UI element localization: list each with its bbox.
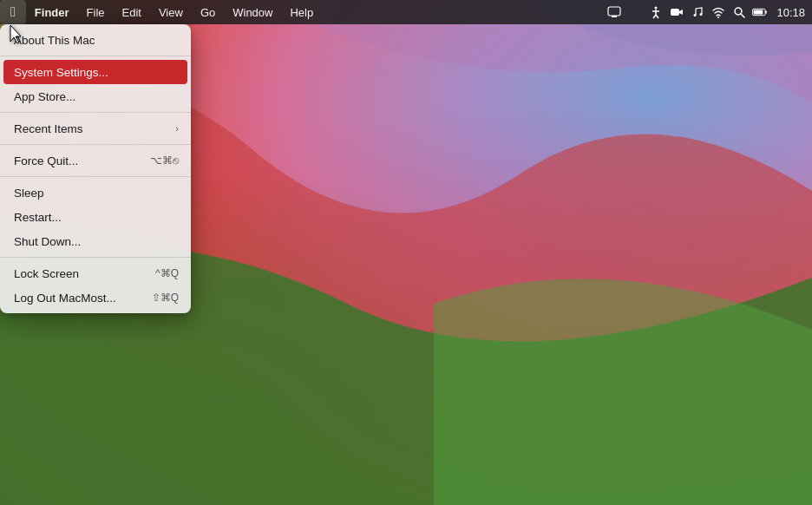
menu-item-sleep[interactable]: Sleep	[0, 180, 191, 205]
screen-record-icon[interactable]	[606, 4, 622, 20]
svg-rect-16	[766, 10, 768, 13]
music-icon[interactable]	[690, 4, 705, 20]
menubar-edit[interactable]: Edit	[114, 0, 150, 24]
menu-item-logout[interactable]: Log Out MacMost... ⇧⌘Q	[0, 285, 191, 310]
menu-divider-1	[0, 56, 191, 56]
menu-item-app-store[interactable]: App Store...	[0, 84, 191, 108]
menu-divider-2	[0, 112, 191, 113]
svg-rect-1	[612, 16, 617, 17]
menu-divider-4	[0, 176, 191, 177]
search-icon[interactable]	[731, 4, 747, 20]
svg-rect-0	[608, 7, 620, 16]
menubar-file[interactable]: File	[78, 0, 114, 24]
lock-screen-shortcut: ^⌘Q	[155, 267, 179, 279]
svg-rect-15	[754, 10, 763, 15]
menubar-finder[interactable]: Finder	[26, 0, 78, 24]
svg-line-13	[742, 15, 745, 18]
svg-point-2	[655, 7, 658, 10]
menubar-window[interactable]: Window	[224, 0, 281, 24]
apple-dropdown-menu: About This Mac System Settings... App St…	[0, 24, 191, 313]
menu-item-shutdown[interactable]: Shut Down...	[0, 229, 191, 253]
svg-point-9	[694, 14, 697, 16]
apple-menu-button[interactable]: 	[0, 0, 26, 24]
svg-point-10	[700, 13, 703, 16]
menu-divider-5	[0, 257, 191, 258]
menubar:  Finder File Edit View Go Window Help	[0, 0, 812, 24]
battery-icon[interactable]	[752, 4, 768, 20]
menu-item-recent-items[interactable]: Recent Items ›	[0, 116, 191, 141]
svg-line-6	[656, 15, 658, 18]
menu-divider-3	[0, 144, 191, 145]
menu-item-force-quit[interactable]: Force Quit... ⌥⌘⎋	[0, 148, 191, 173]
svg-point-12	[735, 8, 742, 15]
recent-items-arrow: ›	[175, 123, 179, 134]
menubar-go[interactable]: Go	[192, 0, 224, 24]
accessibility-icon[interactable]	[648, 4, 664, 20]
wifi-icon[interactable]	[710, 4, 726, 20]
menubar-view[interactable]: View	[150, 0, 192, 24]
svg-marker-8	[679, 10, 683, 15]
svg-point-11	[717, 16, 719, 18]
menubar-help[interactable]: Help	[281, 0, 322, 24]
menu-item-system-settings[interactable]: System Settings...	[3, 60, 187, 84]
moon-icon[interactable]	[627, 4, 643, 20]
facetime-icon[interactable]	[669, 4, 684, 20]
menu-item-about[interactable]: About This Mac	[0, 28, 191, 52]
menu-item-restart[interactable]: Restart...	[0, 205, 191, 229]
force-quit-shortcut: ⌥⌘⎋	[150, 154, 179, 167]
menu-item-lock-screen[interactable]: Lock Screen ^⌘Q	[0, 261, 191, 285]
menubar-time: 10:18	[776, 6, 805, 19]
logout-shortcut: ⇧⌘Q	[152, 292, 179, 304]
svg-rect-7	[671, 9, 679, 16]
